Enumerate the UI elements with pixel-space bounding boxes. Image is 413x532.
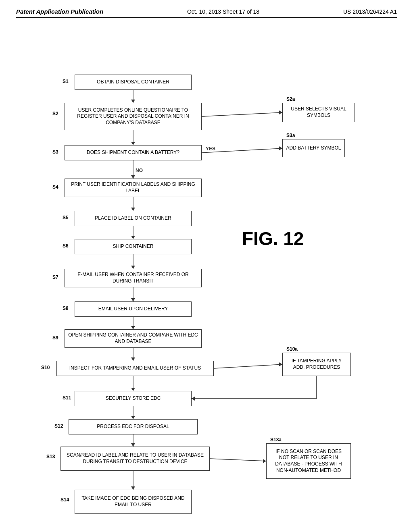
svg-marker-30 — [192, 397, 195, 401]
svg-marker-19 — [131, 298, 135, 301]
step-label-s3a: S3a — [286, 133, 295, 138]
sheet-info: Oct. 10, 2013 Sheet 17 of 18 — [187, 8, 259, 15]
svg-marker-21 — [131, 326, 135, 329]
svg-marker-17 — [131, 266, 135, 269]
publication-label: Patent Application Publication — [16, 8, 103, 15]
svg-marker-38 — [131, 486, 135, 490]
step-label-s10a: S10a — [286, 346, 298, 352]
step-box-s6: SHIP CONTAINER — [75, 239, 192, 254]
step-box-s9: OPEN SHIPPING CONTAINER AND COMPARE WITH… — [65, 329, 202, 348]
step-label-s14: S14 — [60, 497, 69, 503]
diagram-area: YES NO — [16, 22, 397, 498]
page: Patent Application Publication Oct. 10, … — [0, 0, 413, 532]
svg-marker-1 — [131, 100, 135, 103]
step-label-s9: S9 — [52, 335, 58, 341]
svg-marker-5 — [279, 110, 282, 114]
step-label-s8: S8 — [63, 305, 69, 311]
svg-marker-3 — [131, 142, 135, 145]
step-label-s13a: S13a — [270, 437, 282, 443]
svg-marker-36 — [263, 459, 266, 463]
step-box-s1: OBTAIN DISPOSAL CONTAINER — [75, 75, 192, 90]
step-box-s3a: ADD BATTERY SYMBOL — [282, 139, 345, 157]
patent-number: US 2013/0264224 A1 — [343, 8, 397, 15]
step-box-s2a: USER SELECTS VISUAL SYMBOLS — [282, 103, 355, 122]
step-box-s4: PRINT USER IDENTIFICATION LABELS AND SHI… — [65, 179, 202, 197]
svg-marker-32 — [131, 416, 135, 419]
svg-marker-15 — [131, 236, 135, 239]
step-box-s14: TAKE IMAGE OF EDC BEING DISPOSED AND EMA… — [75, 490, 192, 514]
svg-marker-23 — [131, 357, 135, 361]
step-label-s11: S11 — [63, 395, 71, 401]
step-label-s7: S7 — [52, 274, 58, 280]
svg-marker-25 — [279, 362, 282, 366]
step-label-s2: S2 — [52, 111, 58, 116]
step-box-s13a: IF NO SCAN OR SCAN DOES NOT RELATE TO US… — [266, 443, 351, 479]
step-label-s1: S1 — [63, 79, 69, 84]
step-box-s10a: IF TAMPERING APPLY ADD. PROCEDURES — [282, 353, 351, 376]
step-label-s4: S4 — [52, 184, 58, 190]
svg-line-24 — [214, 364, 282, 368]
step-box-s13: SCAN/READ ID LABEL AND RELATE TO USER IN… — [60, 447, 210, 471]
step-label-s5: S5 — [63, 215, 69, 220]
step-box-s11: SECURELY STORE EDC — [75, 391, 192, 406]
step-box-s2: USER COMPLETES ONLINE QUESTIONAIRE TO RE… — [65, 103, 202, 130]
svg-line-6 — [202, 148, 282, 153]
svg-marker-10 — [131, 175, 135, 179]
step-label-s2a: S2a — [286, 96, 295, 102]
step-box-s8: EMAIL USER UPON DELIVERY — [75, 301, 192, 317]
step-label-s13: S13 — [46, 454, 55, 459]
svg-marker-34 — [131, 443, 135, 447]
svg-marker-7 — [279, 146, 282, 150]
step-label-s6: S6 — [63, 243, 69, 249]
svg-text:NO: NO — [136, 168, 143, 173]
step-box-s10: INSPECT FOR TAMPERING AND EMAIL USER OF … — [56, 361, 214, 376]
step-box-s12: PROCESS EDC FOR DISPOSAL — [69, 419, 198, 434]
step-label-s3: S3 — [52, 149, 58, 155]
page-header: Patent Application Publication Oct. 10, … — [16, 8, 397, 18]
svg-line-35 — [210, 459, 266, 461]
svg-marker-27 — [131, 388, 135, 391]
svg-marker-13 — [131, 208, 135, 211]
step-label-s10: S10 — [41, 365, 50, 370]
step-label-s12: S12 — [54, 423, 63, 429]
step-box-s3: DOES SHIPMENT CONTAIN A BATTERY? — [65, 145, 202, 160]
svg-line-4 — [202, 112, 282, 116]
figure-label: FIG. 12 — [242, 228, 304, 249]
step-box-s5: PLACE ID LABEL ON CONTAINER — [75, 211, 192, 226]
svg-text:YES: YES — [206, 146, 215, 152]
step-box-s7: E-MAIL USER WHEN CONTAINER RECEIVED OR D… — [65, 269, 202, 287]
